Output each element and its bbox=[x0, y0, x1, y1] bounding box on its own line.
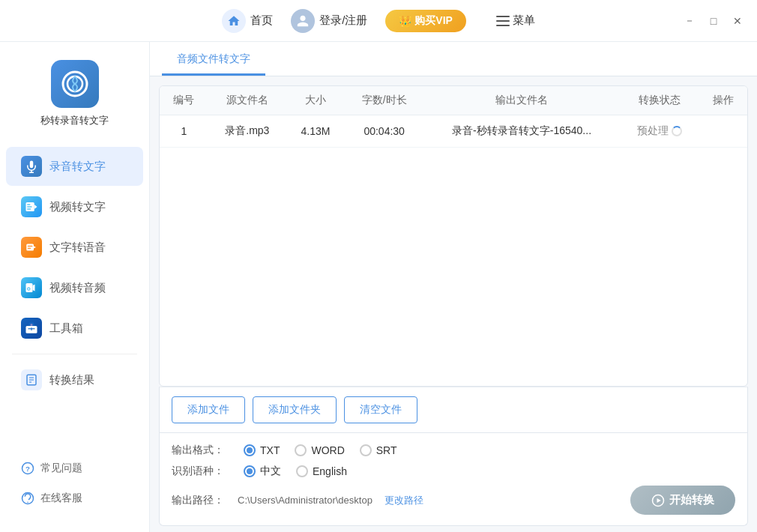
col-source: 源文件名 bbox=[208, 86, 286, 115]
app-logo: 秒转录音转文字 bbox=[0, 54, 149, 145]
format-txt[interactable]: TXT bbox=[244, 444, 280, 456]
cell-size: 4.13M bbox=[286, 115, 346, 148]
start-label: 开始转换 bbox=[669, 493, 714, 507]
svg-marker-17 bbox=[33, 285, 35, 291]
col-duration: 字数/时长 bbox=[345, 86, 423, 115]
radio-dot-srt bbox=[360, 444, 372, 456]
cell-id: 1 bbox=[160, 115, 208, 148]
logo-icon bbox=[51, 60, 99, 108]
file-table-container: 编号 源文件名 大小 字数/时长 输出文件名 转换状态 操作 1 录音.mp3 … bbox=[159, 85, 748, 387]
col-id: 编号 bbox=[160, 86, 208, 115]
cell-duration: 00:04:30 bbox=[345, 115, 423, 148]
svg-rect-15 bbox=[28, 248, 31, 250]
avatar bbox=[291, 9, 315, 33]
add-file-button[interactable]: 添加文件 bbox=[172, 396, 245, 423]
maximize-button[interactable]: □ bbox=[706, 13, 721, 28]
sidebar-item-video-to-audio[interactable]: 视频转音频 bbox=[6, 268, 143, 307]
tab-audio-file-to-text[interactable]: 音频文件转文字 bbox=[162, 42, 265, 76]
sidebar-item-label-vtoa: 视频转音频 bbox=[49, 281, 106, 295]
spinner-icon bbox=[672, 126, 682, 136]
svg-text:?: ? bbox=[25, 465, 30, 473]
conversion-result-icon bbox=[21, 369, 42, 390]
format-radio-group: TXT WORD SRT bbox=[244, 444, 397, 456]
sidebar-item-label-video: 视频转文字 bbox=[49, 200, 106, 214]
vtoa-icon bbox=[21, 277, 42, 298]
add-folder-button[interactable]: 添加文件夹 bbox=[253, 396, 337, 423]
format-word-label: WORD bbox=[311, 444, 344, 456]
sidebar-bottom: ? 常见问题 在线客服 bbox=[0, 453, 149, 520]
output-path-value: C:\Users\Administrator\desktop bbox=[238, 495, 373, 506]
vip-label: 购买VIP bbox=[414, 14, 453, 28]
svg-point-31 bbox=[27, 502, 28, 504]
sidebar-divider bbox=[12, 354, 137, 354]
sidebar-item-audio-to-text[interactable]: 录音转文字 bbox=[6, 147, 143, 186]
sidebar-item-support[interactable]: 在线客服 bbox=[6, 484, 143, 513]
audio-to-text-icon bbox=[21, 156, 42, 177]
menu-nav[interactable]: 菜单 bbox=[496, 13, 535, 28]
col-action: 操作 bbox=[699, 86, 747, 115]
sidebar-item-toolbox[interactable]: 工具箱 bbox=[6, 309, 143, 348]
status-text: 预处理 bbox=[637, 124, 669, 138]
clear-files-button[interactable]: 清空文件 bbox=[344, 396, 417, 423]
close-button[interactable]: ✕ bbox=[730, 13, 745, 28]
format-txt-label: TXT bbox=[260, 444, 280, 456]
start-icon bbox=[651, 494, 665, 507]
login-nav[interactable]: 登录/注册 bbox=[291, 9, 367, 33]
tab-label: 音频文件转文字 bbox=[177, 52, 250, 64]
svg-point-19 bbox=[28, 288, 29, 289]
sidebar-item-label-conversion-result: 转换结果 bbox=[49, 373, 94, 387]
language-row: 识别语种： 中文 English bbox=[172, 465, 735, 478]
format-word[interactable]: WORD bbox=[295, 444, 344, 456]
support-icon bbox=[21, 492, 34, 505]
sidebar-item-conversion-result[interactable]: 转换结果 bbox=[6, 360, 143, 399]
svg-rect-0 bbox=[496, 16, 510, 17]
cell-output-name: 录音-秒转录音转文字-16540... bbox=[423, 115, 620, 148]
col-size: 大小 bbox=[286, 86, 346, 115]
support-label: 在线客服 bbox=[40, 492, 82, 505]
vip-crown-icon: 👑 bbox=[399, 15, 411, 27]
cell-source-name: 录音.mp3 bbox=[208, 115, 286, 148]
start-convert-button[interactable]: 开始转换 bbox=[630, 486, 735, 515]
svg-marker-13 bbox=[34, 247, 36, 249]
change-path-button[interactable]: 更改路径 bbox=[384, 494, 423, 507]
login-label: 登录/注册 bbox=[319, 13, 367, 28]
col-output: 输出文件名 bbox=[423, 86, 620, 115]
format-srt-label: SRT bbox=[376, 444, 397, 456]
vip-button[interactable]: 👑 购买VIP bbox=[385, 10, 466, 32]
svg-rect-10 bbox=[27, 206, 32, 208]
language-zh[interactable]: 中文 bbox=[244, 465, 281, 478]
minimize-button[interactable]: － bbox=[682, 13, 697, 28]
sidebar-item-tts[interactable]: 文字转语音 bbox=[6, 228, 143, 267]
content-area: 音频文件转文字 编号 源文件名 大小 字数/时长 输出文件名 转换状态 操作 bbox=[150, 42, 757, 532]
video-to-text-icon bbox=[21, 196, 42, 217]
table-header-row: 编号 源文件名 大小 字数/时长 输出文件名 转换状态 操作 bbox=[160, 86, 747, 115]
format-srt[interactable]: SRT bbox=[360, 444, 397, 456]
radio-dot-txt bbox=[244, 444, 256, 456]
language-en[interactable]: English bbox=[296, 465, 347, 477]
radio-dot-word bbox=[295, 444, 307, 456]
output-path-label: 输出路径： bbox=[172, 494, 226, 507]
svg-rect-11 bbox=[27, 208, 31, 210]
sidebar-nav: 录音转文字 视频转文字 bbox=[0, 145, 149, 453]
svg-rect-1 bbox=[496, 20, 510, 22]
home-nav[interactable]: 首页 bbox=[222, 9, 273, 33]
radio-dot-zh bbox=[244, 465, 256, 477]
cell-action bbox=[699, 115, 747, 148]
action-bar: 添加文件 添加文件夹 清空文件 bbox=[159, 387, 748, 433]
toolbox-icon bbox=[21, 318, 42, 339]
svg-marker-8 bbox=[34, 205, 37, 209]
language-label: 识别语种： bbox=[172, 465, 226, 478]
faq-label: 常见问题 bbox=[40, 462, 82, 475]
output-format-label: 输出格式： bbox=[172, 444, 226, 457]
title-bar: 首页 登录/注册 👑 购买VIP 菜单 － □ bbox=[0, 0, 757, 42]
svg-marker-33 bbox=[657, 498, 661, 503]
language-radio-group: 中文 English bbox=[244, 465, 347, 478]
language-zh-label: 中文 bbox=[260, 465, 281, 478]
sidebar: 秒转录音转文字 录音转文字 bbox=[0, 42, 150, 532]
sidebar-item-faq[interactable]: ? 常见问题 bbox=[6, 454, 143, 483]
home-label: 首页 bbox=[250, 13, 273, 28]
output-path-row: 输出路径： C:\Users\Administrator\desktop 更改路… bbox=[172, 486, 735, 515]
main-layout: 秒转录音转文字 录音转文字 bbox=[0, 42, 757, 532]
sidebar-item-label-tools: 工具箱 bbox=[49, 321, 83, 336]
sidebar-item-video-to-text[interactable]: 视频转文字 bbox=[6, 187, 143, 226]
